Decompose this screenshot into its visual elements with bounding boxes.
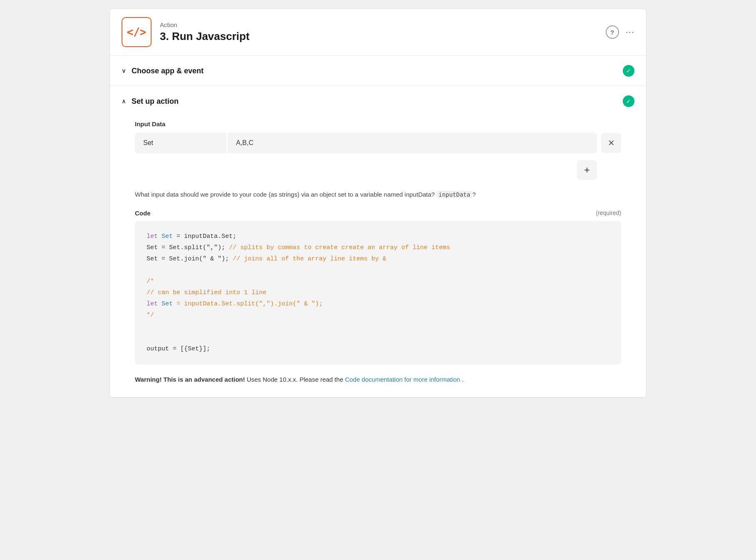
- choose-app-section: ∨ Choose app & event ✓: [110, 56, 646, 86]
- action-title: 3. Run Javascript: [160, 30, 606, 43]
- input-key-field[interactable]: [135, 132, 226, 153]
- close-icon: ✕: [608, 138, 615, 148]
- code-line-6: // can be simplified into 1 line: [147, 287, 609, 298]
- code-line-8: */: [147, 310, 609, 321]
- code-line-9: [147, 321, 609, 332]
- choose-app-header[interactable]: ∨ Choose app & event ✓: [110, 56, 646, 86]
- code-label: Code: [135, 210, 151, 217]
- setup-action-header[interactable]: ∧ Set up action ✓: [110, 86, 646, 116]
- input-hint: What input data should we provide to you…: [135, 190, 621, 200]
- code-line-7: let Set = inputData.Set.split(",").join(…: [147, 298, 609, 310]
- code-docs-link[interactable]: Code documentation for more information: [345, 376, 460, 383]
- add-btn-row: +: [135, 160, 621, 180]
- code-line-4: [147, 265, 609, 276]
- code-line-1: let Set = inputData.Set;: [147, 231, 609, 242]
- add-input-button[interactable]: +: [577, 160, 597, 180]
- help-button[interactable]: ?: [606, 25, 619, 39]
- code-line-11: output = [{Set}];: [147, 343, 609, 355]
- input-value-field[interactable]: [228, 132, 597, 153]
- input-data-label: Input Data: [135, 120, 621, 128]
- action-icon: </>: [122, 17, 152, 47]
- action-title-block: Action 3. Run Javascript: [160, 21, 606, 43]
- setup-action-title: Set up action: [132, 97, 623, 106]
- code-line-10: [147, 332, 609, 343]
- action-label: Action: [160, 21, 606, 28]
- chevron-up-icon: ∧: [122, 98, 126, 105]
- code-editor[interactable]: let Set = inputData.Set; Set = Set.split…: [135, 221, 621, 365]
- delete-input-button[interactable]: ✕: [601, 133, 621, 153]
- code-line-2: Set = Set.split(","); // splits by comma…: [147, 242, 609, 253]
- action-header: </> Action 3. Run Javascript ? ···: [110, 9, 646, 56]
- input-row: ✕: [135, 132, 621, 153]
- setup-action-section: ∧ Set up action ✓ Input Data ✕ + Wha: [110, 86, 646, 398]
- choose-app-title: Choose app & event: [132, 67, 623, 75]
- chevron-down-icon: ∨: [122, 68, 126, 74]
- warning-text: Warning! This is an advanced action! Use…: [135, 375, 621, 385]
- code-line-3: Set = Set.join(" & "); // joins all of t…: [147, 253, 609, 265]
- code-line-5: /*: [147, 276, 609, 287]
- action-controls: ? ···: [606, 25, 634, 39]
- code-required-badge: (required): [596, 210, 621, 216]
- main-container: </> Action 3. Run Javascript ? ··· ∨ Cho…: [109, 8, 647, 398]
- setup-action-complete-icon: ✓: [623, 95, 634, 107]
- more-button[interactable]: ···: [626, 27, 634, 38]
- plus-icon: +: [584, 164, 590, 176]
- choose-app-complete-icon: ✓: [623, 65, 634, 77]
- code-section-header: Code (required): [135, 210, 621, 217]
- setup-action-content: Input Data ✕ + What input data should we…: [110, 116, 646, 397]
